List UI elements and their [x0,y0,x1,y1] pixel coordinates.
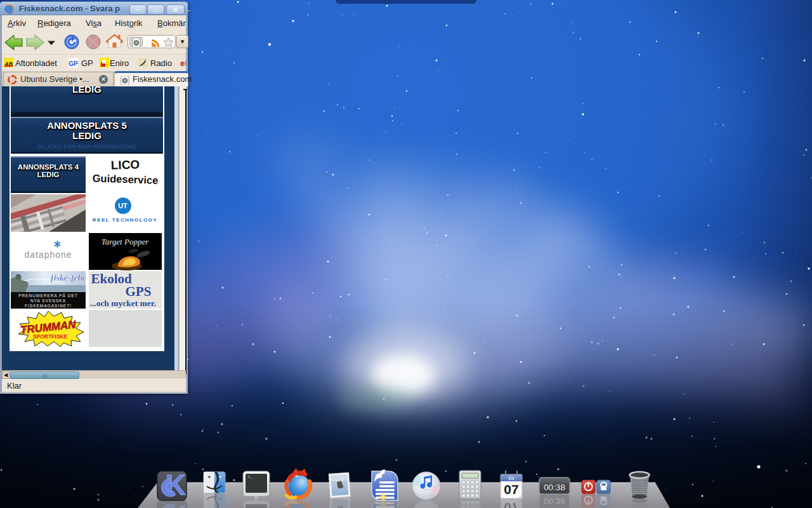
svg-text:SPORTFISKE: SPORTFISKE [33,333,68,340]
svg-text:fiske-feber: fiske-feber [51,273,86,283]
svg-text:NYA SVENSKA: NYA SVENSKA [30,298,66,303]
svg-text:PRENUMERERA PÅ DET: PRENUMERERA PÅ DET [18,293,78,298]
svg-text:FISKEMAGASINET!: FISKEMAGASINET! [25,304,72,308]
